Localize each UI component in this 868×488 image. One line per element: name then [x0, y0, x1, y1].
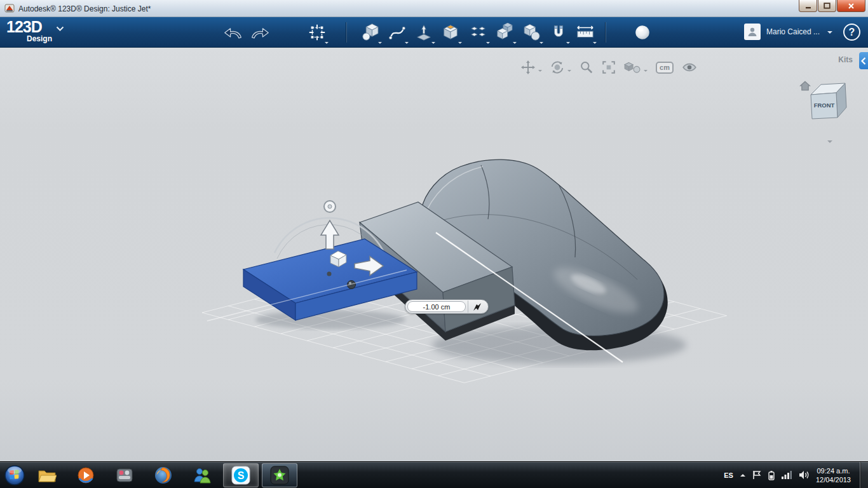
taskbar-messenger-button[interactable] — [184, 463, 220, 487]
show-desktop-button[interactable] — [860, 462, 868, 488]
taskbar: S ES 09:24 a.m. 12/04/2013 — [0, 461, 868, 488]
battery-icon[interactable] — [768, 470, 775, 480]
taskbar-firefox-button[interactable] — [146, 463, 181, 487]
3d-scene[interactable] — [0, 48, 868, 461]
action-center-flag-icon[interactable] — [752, 470, 761, 480]
modify-dropdown-caret-icon[interactable] — [458, 42, 462, 44]
help-button[interactable]: ? — [843, 24, 860, 41]
orbit-caret-icon[interactable] — [567, 70, 571, 72]
network-signal-icon[interactable] — [782, 471, 792, 480]
units-button[interactable]: cm — [656, 62, 674, 74]
volume-icon[interactable] — [799, 470, 810, 480]
redo-button[interactable] — [248, 20, 272, 44]
pinned-app-icon — [116, 466, 133, 484]
viewcube[interactable]: FRONT — [802, 79, 860, 143]
measure-dropdown-caret-icon[interactable] — [593, 42, 597, 44]
app-icon — [4, 3, 15, 13]
construct-icon — [414, 23, 433, 42]
taskbar-media-player-button[interactable] — [68, 463, 104, 487]
window-titlebar[interactable]: Autodesk® 123D® Design: Justice Jet* — [0, 0, 868, 17]
group-icon — [496, 23, 515, 42]
taskbar-explorer-button[interactable] — [29, 463, 65, 487]
construct-dropdown-caret-icon[interactable] — [431, 42, 435, 44]
taskbar-123d-design-button[interactable] — [262, 463, 297, 487]
pattern-dropdown-caret-icon[interactable] — [486, 42, 490, 44]
snap-tool-button[interactable] — [546, 20, 571, 44]
kits-panel-toggle[interactable] — [859, 52, 868, 69]
viewcube-caret-icon[interactable] — [827, 140, 832, 143]
pan-caret-icon[interactable] — [538, 70, 542, 72]
dimension-apply-button[interactable] — [468, 301, 485, 313]
snap-dropdown-caret-icon[interactable] — [566, 42, 570, 44]
app-logo[interactable]: 123D Design — [6, 19, 52, 43]
firefox-icon — [154, 466, 173, 485]
3d-viewport[interactable]: cm Kits FRONT — [0, 48, 868, 461]
transform-tool-button[interactable] — [305, 20, 329, 44]
snap-magnet-icon — [549, 23, 568, 42]
zoom-fit-icon[interactable] — [602, 60, 616, 74]
orbit-icon[interactable] — [550, 60, 564, 74]
primitives-tool-button[interactable] — [358, 20, 383, 44]
pattern-tool-button[interactable] — [466, 20, 491, 44]
messenger-icon — [193, 466, 212, 484]
transform-dropdown-caret-icon[interactable] — [325, 42, 329, 44]
toolbar-separator — [605, 22, 606, 43]
user-dropdown-caret-icon — [827, 31, 832, 34]
display-caret-icon[interactable] — [644, 70, 648, 72]
avatar — [744, 24, 761, 40]
user-icon — [747, 27, 757, 37]
taskbar-clock[interactable]: 09:24 a.m. 12/04/2013 — [816, 466, 851, 484]
visibility-eye-icon[interactable] — [682, 60, 697, 74]
undo-icon — [224, 23, 243, 42]
clock-time: 09:24 a.m. — [816, 466, 851, 475]
app-toolbar: 123D Design — [0, 17, 868, 48]
user-name: Mario Caiced ... — [766, 27, 822, 36]
explorer-folder-icon — [37, 467, 57, 484]
sketch-tool-button[interactable] — [385, 20, 409, 44]
construct-tool-button[interactable] — [412, 20, 436, 44]
sketch-dropdown-caret-icon[interactable] — [405, 42, 409, 44]
user-account-menu[interactable]: Mario Caiced ... — [744, 24, 832, 40]
maximize-icon — [824, 3, 831, 9]
dimension-input[interactable] — [407, 301, 466, 312]
close-button[interactable] — [837, 0, 865, 12]
display-settings-icon[interactable] — [624, 60, 641, 74]
window-title: Autodesk® 123D® Design: Justice Jet* — [18, 4, 151, 13]
logo-text: 123D — [6, 18, 42, 36]
combine-tool-button[interactable] — [520, 20, 544, 44]
media-player-icon — [77, 466, 95, 484]
unit-label: cm — [660, 64, 670, 71]
modify-icon — [441, 23, 460, 42]
show-hidden-icons-button[interactable] — [740, 474, 745, 477]
group-dropdown-caret-icon[interactable] — [513, 42, 517, 44]
pattern-icon — [469, 23, 488, 42]
undo-button[interactable] — [221, 20, 245, 44]
123d-design-app-icon — [270, 466, 289, 485]
pan-icon[interactable] — [521, 60, 535, 74]
group-tool-button[interactable] — [493, 20, 517, 44]
close-icon — [848, 3, 855, 10]
combine-dropdown-caret-icon[interactable] — [539, 42, 543, 44]
logo-subtext: Design — [27, 35, 52, 43]
measure-ruler-icon — [576, 23, 595, 42]
skype-icon: S — [231, 466, 250, 485]
modify-tool-button[interactable] — [438, 20, 463, 44]
home-icon[interactable] — [799, 81, 811, 91]
help-glyph: ? — [849, 27, 855, 38]
maximize-button[interactable] — [818, 0, 836, 12]
zoom-icon[interactable] — [580, 60, 593, 74]
material-tool-button[interactable] — [630, 20, 654, 44]
logo-menu-chevron-icon[interactable] — [56, 26, 64, 31]
taskbar-pinned-app-button[interactable] — [107, 463, 142, 487]
language-indicator[interactable]: ES — [724, 471, 733, 479]
minimize-button[interactable] — [799, 0, 817, 12]
measure-tool-button[interactable] — [573, 20, 597, 44]
dimension-input-box — [405, 299, 489, 314]
rotate-handle-dot — [328, 205, 332, 208]
primitives-dropdown-caret-icon[interactable] — [378, 42, 382, 44]
transform-icon — [308, 23, 327, 42]
redo-icon — [250, 23, 269, 42]
skype-letter: S — [238, 470, 245, 480]
start-button[interactable] — [3, 464, 26, 487]
taskbar-skype-button[interactable]: S — [223, 463, 259, 487]
